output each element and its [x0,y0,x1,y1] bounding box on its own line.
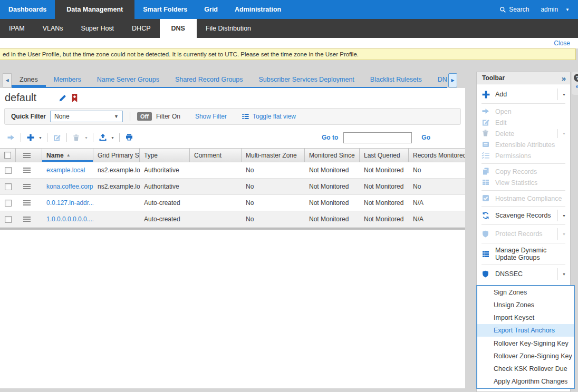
add-icon[interactable] [26,133,35,142]
toolbar-dnssec-button[interactable]: DNSSEC ▼ [477,267,570,281]
delete-icon[interactable] [72,133,81,142]
tab-name-server-groups[interactable]: Name Server Groups [89,72,167,87]
tab-scroll-left-button[interactable]: ◀ [3,73,12,87]
filter-off-toggle[interactable]: Off [137,112,152,121]
tab-members[interactable]: Members [46,72,89,87]
nav-dhcp[interactable]: DHCP [123,19,159,38]
col-header-name[interactable]: Name▲ [42,149,93,162]
quick-filter-label: Quick Filter [11,113,46,120]
cell-last-queried: Not Monitored [360,162,409,178]
show-filter-link[interactable]: Show Filter [195,113,227,120]
expand-panel-icon[interactable]: » [562,74,565,83]
nav-vlans[interactable]: VLANs [34,19,72,38]
menu-item-export-trust-anchors[interactable]: Export Trust Anchors [477,324,574,337]
col-header-type[interactable]: Type [140,149,190,162]
tab-subscriber-services-deployment[interactable]: Subscriber Services Deployment [251,72,362,87]
scavenge-dropdown-caret[interactable]: ▼ [557,210,570,221]
copy-icon [481,167,490,176]
nav-data-management[interactable]: Data Management [55,0,134,19]
row-menu-icon[interactable] [23,184,31,189]
print-icon[interactable] [124,133,134,142]
col-header-records-monitored[interactable]: Records Monitored [409,149,465,162]
menu-item-apply-algorithm-changes[interactable]: Apply Algorithm Changes [477,375,574,388]
toggle-flat-view-link[interactable]: Toggle flat view [253,113,296,120]
nav-grid[interactable]: Grid [196,0,226,19]
row-checkbox[interactable] [5,200,12,207]
menu-item-rollover-zone-signing-key[interactable]: Rollover Zone-Signing Key [477,350,574,362]
export-icon[interactable] [98,133,108,142]
nav-file-distribution[interactable]: File Distribution [197,19,260,38]
row-menu-icon[interactable] [23,217,31,222]
menu-item-unsign-zones[interactable]: Unsign Zones [477,299,574,311]
row-checkbox[interactable] [5,216,12,223]
tab-dns64-groups[interactable]: DNS64 Groups [430,72,447,87]
toolbar-scavenge-records-button[interactable]: Scavenge Records ▼ [477,209,570,222]
add-dropdown-caret[interactable]: ▼ [38,136,42,140]
close-banner-link[interactable]: Close [554,40,570,47]
col-header-last-queried[interactable]: Last Queried [360,149,409,162]
delete-dropdown-caret[interactable]: ▼ [84,136,88,140]
col-header-multi-master[interactable]: Multi-master Zone [242,149,305,162]
row-menu-header[interactable] [16,149,42,162]
zone-link[interactable]: example.local [46,166,85,174]
zone-link[interactable]: kona.coffee.corp [46,183,93,190]
bookmark-icon[interactable] [71,94,80,103]
edit-view-icon[interactable] [58,94,67,103]
menu-item-rollover-key-signing-key[interactable]: Rollover Key-Signing Key [477,337,574,350]
dnssec-dropdown-caret[interactable]: ▼ [557,268,570,280]
filter-on-label: Filter On [156,113,180,120]
row-menu-icon[interactable] [23,168,31,173]
menu-item-sign-zones[interactable]: Sign Zones [477,286,574,299]
edit-icon[interactable] [52,133,62,142]
tab-shared-record-groups[interactable]: Shared Record Groups [167,72,251,87]
nav-administration[interactable]: Administration [226,0,290,19]
open-icon[interactable] [6,133,16,142]
col-header-comment[interactable]: Comment [190,149,242,162]
zone-link[interactable]: 1.0.0.0.0.0.0.0.... [46,215,93,223]
row-menu-icon[interactable] [23,200,31,205]
zones-panel: default Quick Filter None ▼ Off Filter O… [0,88,465,388]
select-all-checkbox[interactable] [4,152,11,159]
zone-link[interactable]: 0.0.127.in-addr... [46,199,93,207]
divider [481,264,565,265]
select-all-header[interactable] [0,149,16,162]
col-header-grid-primary[interactable]: Grid Primary Se... [93,149,140,162]
goto-input[interactable] [343,132,412,143]
timezone-warning-banner: ed in the User Profile, but the time zon… [0,48,576,60]
global-search-button[interactable]: Search [499,6,529,13]
col-header-monitored-since[interactable]: Monitored Since [305,149,360,162]
tab-scroll-right-button[interactable]: ▶ [448,73,457,87]
quick-filter-select[interactable]: None ▼ [50,111,123,122]
table-row: example.local ns2.example.lo... Authorit… [0,162,465,179]
goto-button[interactable]: Go [421,134,430,141]
cell-records-monitored: N/A [409,211,465,227]
add-dropdown-caret[interactable]: ▼ [557,89,570,100]
nav-smart-folders[interactable]: Smart Folders [134,0,196,19]
divider [130,112,130,121]
help-icon[interactable]: ? [574,74,578,82]
toolbar-add-button[interactable]: Add ▼ [477,87,570,101]
row-checkbox[interactable] [5,167,12,174]
nav-super-host[interactable]: Super Host [72,19,123,38]
table-row: 0.0.127.in-addr... Auto-created No Not M… [0,195,465,211]
side-helpbox: ? « [572,72,578,95]
toolbar-title: Toolbar [482,74,505,82]
menu-item-import-keyset[interactable]: Import Keyset [477,311,574,324]
collapse-left-icon[interactable]: « [575,83,578,90]
nav-dashboards[interactable]: Dashboards [0,0,55,19]
divider [66,133,67,142]
edit-icon [481,118,490,127]
recycle-icon [481,211,490,220]
row-checkbox[interactable] [5,183,12,190]
user-menu[interactable]: admin ▼ [541,6,570,13]
goto-section: Go to Go [322,130,430,145]
cell-records-monitored: No [409,162,465,178]
nav-dns[interactable]: DNS [160,19,197,38]
nav-ipam[interactable]: IPAM [0,19,34,38]
toolbar-manage-dynamic-update-groups-button[interactable]: Manage Dynamic Update Groups [477,246,570,262]
tab-zones[interactable]: Zones [12,72,46,87]
sort-asc-icon: ▲ [66,153,71,158]
export-dropdown-caret[interactable]: ▼ [111,136,114,140]
menu-item-check-ksk-rollover-due[interactable]: Check KSK Rollover Due [477,362,574,375]
tab-blacklist-rulesets[interactable]: Blacklist Rulesets [362,72,430,87]
